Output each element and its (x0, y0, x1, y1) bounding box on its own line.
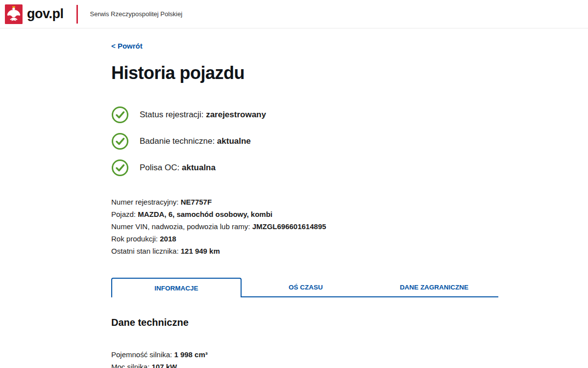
status-list: Status rejestracji: zarejestrowany Badan… (111, 106, 498, 177)
status-row-insurance: Polisa OC: aktualna (111, 159, 498, 177)
detail-value: 121 949 km (181, 247, 220, 255)
detail-value: MAZDA, 6, samochód osobowy, kombi (138, 210, 272, 218)
vehicle-details: Numer rejestracyjny: NE7757F Pojazd: MAZ… (111, 196, 498, 257)
tech-label: Moc silnika: (111, 363, 149, 368)
detail-label: Numer VIN, nadwozia, podwozia lub ramy: (111, 222, 250, 231)
status-value: zarejestrowany (206, 110, 266, 119)
detail-label: Pojazd: (111, 210, 136, 218)
check-circle-icon (111, 106, 129, 124)
detail-production-year: Rok produkcji: 2018 (111, 233, 498, 245)
section-title-technical-data: Dane techniczne (111, 317, 498, 328)
status-row-inspection: Badanie techniczne: aktualne (111, 132, 498, 150)
tech-engine-capacity: Pojemność silnika: 1 998 cm³ (111, 348, 498, 361)
detail-registration-number: Numer rejestracyjny: NE7757F (111, 196, 498, 208)
detail-label: Numer rejestracyjny: (111, 198, 179, 206)
brand-logo-text[interactable]: gov.pl (27, 6, 64, 22)
tab-bar: INFORMACJE OŚ CZASU DANE ZAGRANICZNE (111, 278, 498, 297)
site-tagline: Serwis Rzeczypospolitej Polskiej (90, 10, 183, 18)
status-label: Status rejestracji: (140, 110, 203, 119)
detail-odometer: Ostatni stan licznika: 121 949 km (111, 245, 498, 257)
status-text: Polisa OC: aktualna (140, 163, 216, 173)
detail-value: JMZGL696601614895 (252, 222, 326, 231)
page-title: Historia pojazdu (111, 63, 498, 83)
tab-dane-zagraniczne[interactable]: DANE ZAGRANICZNE (370, 278, 498, 297)
back-link[interactable]: < Powrót (111, 42, 143, 50)
tab-informacje[interactable]: INFORMACJE (111, 278, 242, 297)
detail-value: 2018 (160, 235, 176, 243)
status-label: Polisa OC: (140, 163, 179, 172)
header-divider (76, 5, 78, 24)
tech-value: 1 998 cm³ (174, 350, 207, 359)
status-value: aktualne (217, 136, 251, 146)
detail-value: NE7757F (181, 198, 212, 206)
check-circle-icon (111, 132, 129, 150)
site-header: gov.pl Serwis Rzeczypospolitej Polskiej (0, 0, 588, 28)
tab-os-czasu[interactable]: OŚ CZASU (242, 278, 370, 297)
status-label: Badanie techniczne: (140, 136, 215, 146)
technical-data-list: Pojemność silnika: 1 998 cm³ Moc silnika… (111, 348, 498, 368)
detail-label: Rok produkcji: (111, 235, 158, 243)
detail-vehicle: Pojazd: MAZDA, 6, samochód osobowy, komb… (111, 208, 498, 220)
detail-vin: Numer VIN, nadwozia, podwozia lub ramy: … (111, 220, 498, 233)
tech-engine-power: Moc silnika: 107 kW (111, 361, 498, 368)
main-content: < Powrót Historia pojazdu Status rejestr… (111, 28, 498, 368)
detail-label: Ostatni stan licznika: (111, 247, 179, 255)
status-value: aktualna (182, 163, 216, 172)
tech-label: Pojemność silnika: (111, 350, 172, 359)
poland-coat-of-arms-icon (5, 4, 23, 24)
status-row-registration: Status rejestracji: zarejestrowany (111, 106, 498, 124)
status-text: Status rejestracji: zarejestrowany (140, 110, 266, 120)
check-circle-icon (111, 159, 129, 177)
tech-value: 107 kW (152, 363, 177, 368)
status-text: Badanie techniczne: aktualne (140, 136, 251, 146)
